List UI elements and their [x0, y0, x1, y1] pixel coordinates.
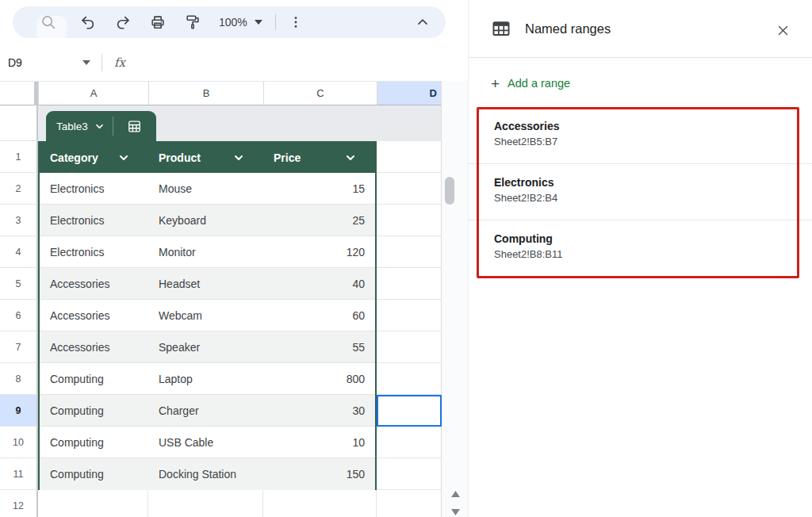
named-range-reference: Sheet2!B2:B4 [494, 190, 812, 206]
print-icon[interactable] [147, 12, 168, 33]
redo-icon[interactable] [113, 12, 133, 33]
table-cell-price[interactable]: 800 [263, 363, 375, 394]
table-column-price[interactable]: Price [263, 143, 375, 173]
row-header-4[interactable]: 4 [0, 236, 38, 268]
table-cell-price[interactable]: 10 [263, 427, 375, 458]
column-header-B[interactable]: B [148, 82, 263, 105]
table-cell-category[interactable]: Accessories [40, 331, 148, 362]
table-name-menu[interactable]: Table3 [46, 111, 113, 141]
table-column-label: Product [159, 151, 201, 164]
selected-cell-D9[interactable] [377, 395, 442, 427]
table-cell-product[interactable]: Monitor [148, 236, 263, 267]
vertical-scrollbar-track[interactable] [442, 81, 468, 517]
cell-D12[interactable] [377, 490, 442, 517]
table-cell-category[interactable]: Accessories [40, 300, 148, 331]
table-row: ElectronicsMonitor120 [40, 236, 375, 268]
cell-B12[interactable] [148, 490, 263, 517]
table-cell-product[interactable]: Mouse [148, 173, 263, 204]
cell-D11[interactable] [377, 458, 442, 490]
collapse-toolbar-icon[interactable] [412, 12, 433, 33]
name-box[interactable]: D9 [8, 56, 82, 69]
column-filter-chevron-icon[interactable] [119, 155, 128, 161]
cell-D3[interactable] [377, 205, 442, 236]
row-header-9[interactable]: 9 [0, 395, 38, 427]
row-header-6[interactable]: 6 [0, 300, 38, 331]
column-header-D[interactable]: D [377, 82, 442, 105]
table-cell-price[interactable]: 15 [263, 173, 375, 204]
row-header-7[interactable]: 7 [0, 331, 38, 363]
table-cell-price[interactable]: 120 [263, 236, 375, 267]
cell-D8[interactable] [377, 363, 442, 395]
cell-D1[interactable] [377, 141, 442, 173]
named-range-item[interactable]: AccessoriesSheet2!B5:B7 [469, 108, 812, 164]
table-cell-price[interactable]: 25 [263, 205, 375, 236]
table-cell-category[interactable]: Electronics [40, 173, 148, 204]
paint-format-icon[interactable] [182, 12, 203, 33]
cell-A12[interactable] [38, 490, 148, 517]
table-cell-product[interactable]: Speaker [148, 331, 263, 362]
cell-D4[interactable] [377, 236, 442, 268]
row-header-3[interactable]: 3 [0, 205, 38, 236]
row-header-2[interactable]: 2 [0, 173, 38, 205]
table-cell-price[interactable]: 55 [263, 331, 375, 362]
add-range-button[interactable]: + Add a range [469, 70, 812, 97]
row-header-10[interactable]: 10 [0, 427, 38, 458]
name-box-caret-icon[interactable] [82, 60, 90, 65]
cell-C12[interactable] [263, 490, 377, 517]
table-cell-category[interactable]: Computing [40, 363, 148, 394]
table-cell-category[interactable]: Electronics [40, 236, 148, 267]
cell-D10[interactable] [377, 427, 442, 458]
table-column-label: Price [274, 151, 301, 164]
table-icon[interactable] [113, 111, 156, 141]
table-row: ComputingUSB Cable10 [40, 427, 375, 458]
table-cell-product[interactable]: Docking Station [148, 458, 263, 490]
scroll-up-icon[interactable] [450, 489, 461, 499]
table-cell-category[interactable]: Computing [40, 458, 148, 490]
table-cell-price[interactable]: 60 [263, 300, 375, 331]
vertical-scrollbar-thumb[interactable] [445, 177, 454, 205]
table-cell-product[interactable]: Headset [148, 268, 263, 299]
more-options-icon[interactable] [285, 12, 306, 33]
column-header-A[interactable]: A [38, 82, 148, 105]
table-chip-caret-icon [95, 124, 104, 129]
named-range-item[interactable]: ComputingSheet2!B8:B11 [469, 220, 812, 277]
cell-D7[interactable] [377, 331, 442, 363]
table-cell-category[interactable]: Electronics [40, 205, 148, 236]
column-header-C[interactable]: C [263, 82, 377, 105]
cell-D5[interactable] [377, 268, 442, 300]
table-cell-product[interactable]: Webcam [148, 300, 263, 331]
table-cell-price[interactable]: 30 [263, 395, 375, 426]
table-cell-price[interactable]: 40 [263, 268, 375, 299]
table-cell-product[interactable]: USB Cable [148, 427, 263, 458]
named-range-item[interactable]: ElectronicsSheet2!B2:B4 [469, 164, 812, 220]
table-column-category[interactable]: Category [40, 143, 148, 173]
row-header-11[interactable]: 11 [0, 458, 38, 490]
row-header-1[interactable]: 1 [0, 141, 38, 173]
undo-icon[interactable] [78, 12, 98, 33]
scroll-down-icon[interactable] [450, 507, 461, 517]
table-cell-category[interactable]: Computing [40, 395, 148, 426]
plus-icon: + [491, 76, 500, 91]
cell-D6[interactable] [377, 300, 442, 331]
select-all-corner[interactable] [0, 82, 38, 105]
table-column-product[interactable]: Product [148, 143, 263, 173]
cell-D2[interactable] [377, 173, 442, 205]
column-filter-chevron-icon[interactable] [346, 155, 355, 161]
table-row: ElectronicsMouse15 [40, 173, 375, 205]
table-cell-category[interactable]: Computing [40, 427, 148, 458]
named-range-reference: Sheet2!B8:B11 [494, 247, 812, 262]
table-cell-product[interactable]: Keyboard [148, 205, 263, 236]
fx-icon[interactable]: fx [114, 56, 125, 70]
zoom-value: 100% [219, 16, 247, 29]
table-cell-price[interactable]: 150 [263, 458, 375, 490]
row-header-12[interactable]: 12 [0, 490, 38, 517]
table-cell-category[interactable]: Accessories [40, 268, 148, 299]
zoom-control[interactable]: 100% [219, 16, 262, 29]
table-cell-product[interactable]: Charger [148, 395, 263, 426]
row-header-5[interactable]: 5 [0, 268, 38, 300]
row-header-8[interactable]: 8 [0, 363, 38, 395]
close-icon[interactable] [775, 22, 791, 38]
table-cell-product[interactable]: Laptop [148, 363, 263, 394]
table-row: AccessoriesHeadset40 [40, 268, 375, 300]
column-filter-chevron-icon[interactable] [234, 155, 243, 161]
